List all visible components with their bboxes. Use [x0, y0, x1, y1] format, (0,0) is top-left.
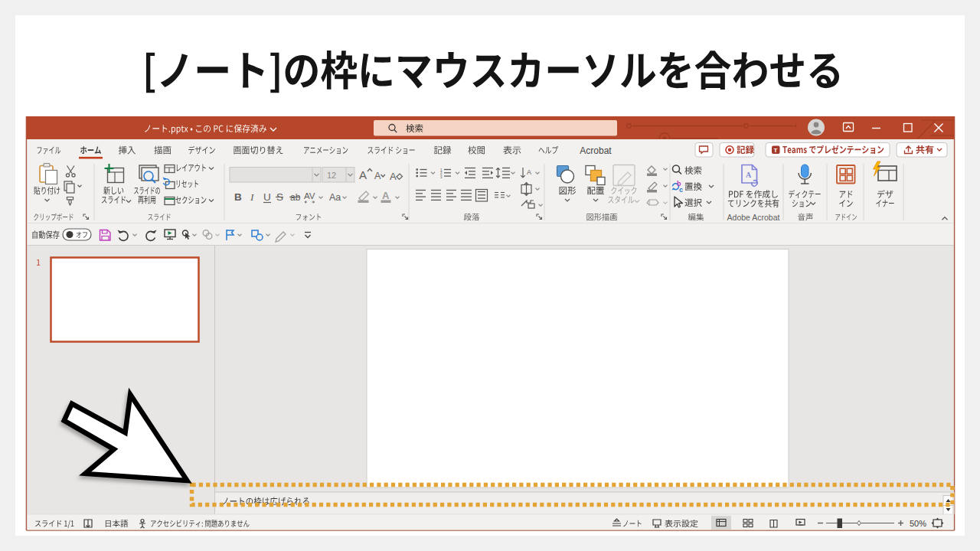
svg-text:A: A: [746, 171, 752, 179]
svg-text:A: A: [382, 190, 390, 201]
svg-text:A: A: [390, 171, 397, 182]
svg-text:Acrobat: Acrobat: [580, 145, 612, 156]
svg-text:A: A: [359, 168, 367, 181]
svg-text:12: 12: [327, 171, 336, 180]
svg-text:Aa: Aa: [329, 192, 341, 203]
svg-text:A: A: [527, 168, 531, 176]
svg-text:A: A: [374, 171, 381, 181]
svg-text:AV: AV: [304, 191, 315, 201]
svg-text:50%: 50%: [910, 519, 926, 528]
svg-text:c: c: [679, 186, 683, 194]
svg-text:Adobe Acrobat: Adobe Acrobat: [727, 213, 780, 222]
svg-text:T: T: [774, 147, 778, 154]
svg-text:U: U: [263, 191, 271, 203]
svg-text:B: B: [234, 191, 242, 203]
